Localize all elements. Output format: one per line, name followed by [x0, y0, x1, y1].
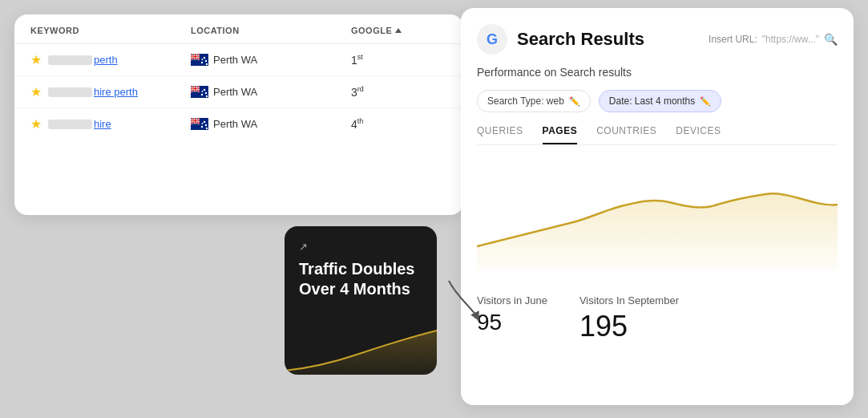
stat-value: 195 [579, 310, 679, 343]
traffic-chart [477, 158, 838, 270]
june-visitors-stat: Visitors in June 95 [477, 294, 547, 343]
keyword-rankings-card: KEYWORD LOCATION GOOGLE ★ perth [14, 14, 463, 215]
svg-point-41 [201, 126, 203, 128]
stat-value: 95 [477, 310, 547, 335]
tabs-row: QUERIES PAGES COUNTRIES DEVICES [477, 125, 838, 145]
svg-point-13 [204, 57, 205, 59]
table-row: ★ perth [14, 44, 463, 76]
stat-label: Visitors in June [477, 294, 547, 306]
location-column-header: LOCATION [191, 26, 351, 35]
stats-row: Visitors in June 95 Visitors In Septembe… [477, 286, 838, 343]
table-row: ★ hire perth Perth WA [14, 76, 463, 108]
keyword-link[interactable]: perth [94, 54, 118, 66]
keyword-cell: ★ hire [30, 116, 191, 132]
svg-point-11 [201, 62, 203, 63]
rank-cell: 1st [351, 53, 455, 67]
flag-icon [191, 54, 208, 66]
svg-point-29 [206, 95, 208, 97]
dark-chart-area [285, 319, 437, 375]
svg-point-44 [206, 128, 208, 129]
svg-point-28 [204, 89, 205, 91]
tab-countries[interactable]: COUNTRIES [596, 125, 656, 144]
tab-pages[interactable]: PAGES [543, 125, 578, 144]
keyword-link[interactable]: hire [94, 118, 111, 130]
url-placeholder: "https://ww..." [762, 34, 819, 45]
dark-card-title: Traffic Doubles Over 4 Months [299, 259, 422, 299]
google-logo: G [477, 24, 507, 55]
location-text: Perth WA [213, 54, 257, 66]
insert-url-label: Insert URL: [709, 34, 757, 45]
card-header: G Search Results Insert URL: "https://ww… [477, 24, 838, 55]
rank-cell: 3rd [351, 85, 455, 99]
keyword-link[interactable]: hire perth [94, 86, 138, 98]
location-text: Perth WA [213, 118, 257, 130]
google-column-header: GOOGLE [351, 26, 455, 35]
keyword-cell: ★ hire perth [30, 84, 191, 99]
september-visitors-stat: Visitors In September 195 [579, 294, 679, 343]
flag-icon [191, 118, 208, 130]
card-title: Search Results [517, 29, 699, 50]
keyword-blur [48, 120, 92, 129]
stat-label: Visitors In September [579, 294, 679, 306]
edit-icon[interactable]: ✏️ [700, 96, 711, 107]
table-row: ★ hire Perth WA [14, 108, 463, 140]
location-cell: Perth WA [191, 86, 351, 98]
search-type-filter[interactable]: Search Type: web ✏️ [477, 90, 591, 112]
insert-url-area: Insert URL: "https://ww..." 🔍 [709, 33, 838, 46]
svg-point-42 [205, 124, 207, 126]
location-cell: Perth WA [191, 54, 351, 66]
keyword-blur [48, 87, 92, 97]
search-icon[interactable]: 🔍 [824, 33, 838, 46]
star-icon[interactable]: ★ [30, 84, 42, 99]
table-header: KEYWORD LOCATION GOOGLE [14, 14, 463, 44]
chart-area [477, 158, 838, 270]
svg-point-27 [205, 92, 207, 94]
filter-row: Search Type: web ✏️ Date: Last 4 months … [477, 90, 838, 112]
dark-chart [285, 319, 437, 375]
star-icon[interactable]: ★ [30, 116, 42, 132]
svg-point-14 [206, 63, 208, 65]
performance-label: Performance on Search results [477, 66, 838, 79]
keyword-column-header: KEYWORD [30, 26, 191, 35]
keyword-cell: ★ perth [30, 52, 191, 67]
svg-point-26 [201, 94, 203, 95]
flag-icon [191, 86, 208, 98]
traffic-doubles-card: ↗ Traffic Doubles Over 4 Months [285, 226, 437, 375]
sort-arrow-icon[interactable] [395, 28, 402, 33]
date-filter[interactable]: Date: Last 4 months ✏️ [599, 90, 721, 112]
edit-icon[interactable]: ✏️ [569, 96, 580, 107]
arrow-icon: ↗ [299, 241, 422, 253]
svg-point-43 [204, 121, 205, 123]
svg-point-12 [205, 60, 207, 62]
location-cell: Perth WA [191, 118, 351, 130]
tab-devices[interactable]: DEVICES [676, 125, 721, 144]
search-results-card: G Search Results Insert URL: "https://ww… [461, 8, 854, 405]
tab-queries[interactable]: QUERIES [477, 125, 523, 144]
svg-point-30 [202, 91, 204, 92]
star-icon[interactable]: ★ [30, 52, 42, 67]
svg-point-45 [202, 123, 204, 124]
location-text: Perth WA [213, 86, 257, 98]
svg-point-15 [202, 59, 204, 60]
rank-cell: 4th [351, 117, 455, 131]
keyword-blur [48, 55, 92, 65]
